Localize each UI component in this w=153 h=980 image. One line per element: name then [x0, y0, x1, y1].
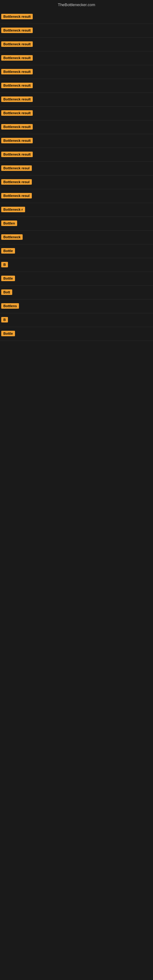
- result-row: Bottleneck result: [0, 10, 153, 24]
- result-row: Bottleneck resul: [0, 175, 153, 189]
- result-row: Bottleneck result: [0, 65, 153, 79]
- bottleneck-badge[interactable]: Bott: [1, 290, 12, 295]
- site-header: TheBottlenecker.com: [0, 0, 153, 10]
- result-row: Bottleneck result: [0, 120, 153, 134]
- bottleneck-badge[interactable]: Bottleneck result: [1, 27, 33, 33]
- result-row: Bottleneck result: [0, 134, 153, 148]
- bottleneck-badge[interactable]: Bottleneck result: [1, 151, 33, 157]
- bottleneck-badge[interactable]: Bottleneck resul: [1, 193, 32, 199]
- result-row: Bottle: [0, 272, 153, 286]
- bottleneck-badge[interactable]: Bottle: [1, 248, 15, 254]
- bottleneck-badge[interactable]: B: [1, 262, 8, 267]
- bottleneck-badge[interactable]: Bottleneck: [1, 234, 22, 240]
- result-row: Bottleneck result: [0, 148, 153, 162]
- result-row: Bottle: [0, 244, 153, 258]
- result-row: B: [0, 258, 153, 272]
- bottleneck-badge[interactable]: Bottle: [1, 275, 15, 281]
- bottleneck-badge[interactable]: Bottlen: [1, 221, 17, 226]
- result-row: Bottleneck result: [0, 93, 153, 107]
- bottleneck-badge[interactable]: Bottle: [1, 331, 15, 336]
- bottleneck-badge[interactable]: Bottleneck resul: [1, 179, 32, 185]
- result-row: B: [0, 313, 153, 327]
- result-row: Bottleneck resul: [0, 162, 153, 175]
- badges-container: Bottleneck resultBottleneck resultBottle…: [0, 10, 153, 341]
- result-row: Bottlen: [0, 217, 153, 231]
- site-title: TheBottlenecker.com: [58, 2, 95, 7]
- bottleneck-badge[interactable]: Bottleneck result: [1, 55, 33, 60]
- result-row: Bottlens: [0, 299, 153, 313]
- bottleneck-badge[interactable]: Bottleneck resul: [1, 165, 32, 171]
- bottleneck-badge[interactable]: Bottleneck r: [1, 207, 25, 212]
- result-row: Bottleneck resul: [0, 189, 153, 203]
- result-row: Bottleneck: [0, 231, 153, 244]
- result-row: Bottleneck r: [0, 203, 153, 217]
- bottleneck-badge[interactable]: Bottleneck result: [1, 41, 33, 47]
- bottleneck-badge[interactable]: Bottleneck result: [1, 83, 33, 88]
- bottleneck-badge[interactable]: Bottleneck result: [1, 14, 33, 19]
- bottleneck-badge[interactable]: B: [1, 317, 8, 323]
- result-row: Bott: [0, 286, 153, 299]
- bottleneck-badge[interactable]: Bottleneck result: [1, 110, 33, 116]
- result-row: Bottleneck result: [0, 51, 153, 65]
- bottleneck-badge[interactable]: Bottleneck result: [1, 124, 33, 130]
- bottleneck-badge[interactable]: Bottleneck result: [1, 69, 33, 75]
- result-row: Bottleneck result: [0, 107, 153, 120]
- bottleneck-badge[interactable]: Bottleneck result: [1, 138, 33, 143]
- bottleneck-badge[interactable]: Bottlens: [1, 303, 19, 309]
- result-row: Bottle: [0, 327, 153, 341]
- result-row: Bottleneck result: [0, 24, 153, 38]
- bottleneck-badge[interactable]: Bottleneck result: [1, 97, 33, 102]
- result-row: Bottleneck result: [0, 79, 153, 93]
- result-row: Bottleneck result: [0, 38, 153, 51]
